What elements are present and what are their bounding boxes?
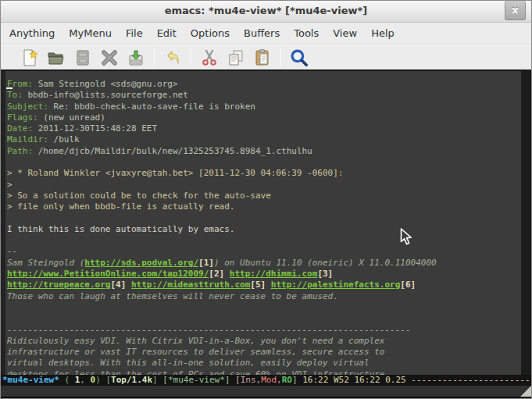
menu-buffers[interactable]: Buffers: [237, 23, 287, 44]
header-flags: Flags: (new unread): [7, 112, 521, 123]
cut-button[interactable]: [196, 47, 223, 69]
modeline-modified-flag: Mod: [261, 375, 277, 385]
menu-file[interactable]: File: [119, 23, 150, 44]
link-mideasttruth[interactable]: http://mideasttruth.com: [131, 280, 250, 290]
cut-scissors-icon: [200, 48, 219, 67]
quoted-line: > file only when bbdb-file is actually r…: [7, 201, 521, 212]
open-file-button[interactable]: [43, 47, 70, 69]
modeline-buffer-name-2: [*mu4e-view*]: [162, 375, 235, 385]
ad-line: Ridiculously easy VDI. With Citrix VDI-i…: [7, 336, 521, 347]
link-truepeace[interactable]: http://truepeace.org: [7, 280, 110, 290]
header-path: Path: /home/djcb/Maildir/bulk/new/132525…: [7, 146, 521, 157]
save-buffer-button[interactable]: [123, 47, 149, 69]
message-text-area: From: Sam Steingold <sds@gnu.org> To: bb…: [5, 71, 521, 375]
menubar: Anything MyMenu File Edit Options Buffer…: [1, 23, 531, 45]
blank-line: [7, 157, 521, 168]
modeline[interactable]: *mu4e-view* ( 1, 0) [Top/1.4k] [*mu4e-vi…: [1, 375, 531, 386]
link-petitiononline[interactable]: http://www.PetitionOnline.com/tap12009/: [7, 269, 209, 279]
header-subject: Subject: Re: bbdb-check-auto-save-file i…: [7, 102, 521, 112]
signature-separator: --: [7, 246, 521, 257]
dired-button[interactable]: [70, 47, 96, 69]
toolbar: [1, 45, 531, 71]
signature-aphorism: Those who can laugh at themselves will n…: [7, 291, 521, 302]
modeline-buffer-name: *mu4e-view*: [2, 375, 59, 385]
toolbar-separator: [191, 48, 191, 67]
file-cabinet-icon: [73, 48, 92, 67]
footnote-ref: [2]: [209, 269, 224, 279]
quoted-line: >: [7, 180, 521, 191]
header-from: From: Sam Steingold <sds@gnu.org>: [7, 79, 521, 90]
header-maildir: Maildir: /bulk: [7, 134, 521, 145]
text-cursor: [6, 87, 12, 89]
header-date: Date: 2011-12-30T15:48:28 EET: [7, 123, 521, 134]
close-x-icon: [100, 48, 119, 67]
ad-line: infrastructure or vast IT resources to d…: [7, 347, 521, 358]
save-icon: [127, 48, 145, 67]
menu-options[interactable]: Options: [184, 23, 237, 44]
ad-line: virtual desktops. With this all-in-one s…: [7, 358, 521, 369]
footnote-ref: [3]: [317, 269, 333, 279]
message-body-line: I think this is done automatically by em…: [7, 224, 521, 235]
blank-line: [7, 302, 521, 313]
window-title: emacs: *mu4e-view* [*mu4e-view*]: [1, 1, 531, 21]
scrollbar-area[interactable]: [521, 71, 531, 375]
toolbar-separator: [154, 48, 155, 67]
modeline-readonly-flag: RO: [282, 375, 292, 385]
link-sds-podval[interactable]: http://sds.podval.org/: [84, 258, 198, 268]
signature-line-1: Sam Steingold (http://sds.podval.org/[1]…: [7, 258, 521, 269]
quoted-line: > * Roland Winkler <jvaxyre@tah.bet> [20…: [7, 168, 521, 179]
echo-area[interactable]: [1, 386, 531, 398]
new-file-button[interactable]: [16, 47, 43, 69]
close-button[interactable]: x: [505, 1, 526, 20]
emacs-window: emacs: *mu4e-view* [*mu4e-view*] x Anyth…: [0, 0, 532, 399]
footnote-ref: [4]: [110, 280, 126, 290]
ad-separator: ----------------------------------------…: [7, 325, 521, 336]
paste-clipboard-icon: [253, 48, 272, 67]
footnote-ref: [5]: [250, 280, 266, 290]
undo-button[interactable]: [159, 47, 186, 69]
menu-view[interactable]: View: [326, 23, 364, 44]
copy-button[interactable]: [223, 47, 249, 69]
signature-line-2: http://www.PetitionOnline.com/tap12009/[…: [7, 269, 521, 280]
signature-line-3: http://truepeace.org[4] http://mideasttr…: [7, 280, 521, 290]
menu-help[interactable]: Help: [364, 23, 402, 44]
search-icon: [289, 48, 309, 68]
blank-line: [7, 213, 521, 224]
toolbar-separator: [280, 48, 281, 67]
open-folder-icon: [47, 48, 66, 67]
link-palestinefacts[interactable]: http://palestinefacts.org: [271, 280, 401, 290]
paste-button[interactable]: [249, 47, 276, 69]
titlebar[interactable]: emacs: *mu4e-view* [*mu4e-view*] x: [1, 1, 531, 23]
blank-line: [7, 235, 521, 246]
footnote-ref: [6]: [400, 280, 416, 290]
undo-icon: [163, 48, 182, 67]
copy-icon: [227, 48, 245, 67]
quoted-line: > So a solution could be to check for th…: [7, 191, 521, 201]
menu-mymenu[interactable]: MyMenu: [62, 23, 119, 44]
header-to: To: bbdb-info@lists.sourceforge.net: [7, 90, 521, 101]
modeline-dashes: --------------------------------: [411, 375, 531, 385]
menu-anything[interactable]: Anything: [2, 23, 62, 44]
search-button[interactable]: [286, 47, 312, 69]
modeline-position: Top/1.4k: [111, 375, 152, 385]
modeline-time-info: 16:22 W52 16:22 0.25: [302, 375, 411, 385]
blank-line: [7, 313, 521, 324]
ad-line: desktops for less than the cost of PCs a…: [7, 369, 521, 375]
menu-edit[interactable]: Edit: [150, 23, 184, 44]
kill-buffer-button[interactable]: [96, 47, 123, 69]
new-file-icon: [20, 48, 39, 67]
menu-tools[interactable]: Tools: [287, 23, 326, 44]
footnote-ref: [1]: [198, 258, 214, 268]
resize-grip[interactable]: [520, 386, 531, 397]
mu4e-view-buffer[interactable]: From: Sam Steingold <sds@gnu.org> To: bb…: [1, 71, 531, 375]
link-dhimmi[interactable]: http://dhimmi.com: [230, 269, 318, 279]
